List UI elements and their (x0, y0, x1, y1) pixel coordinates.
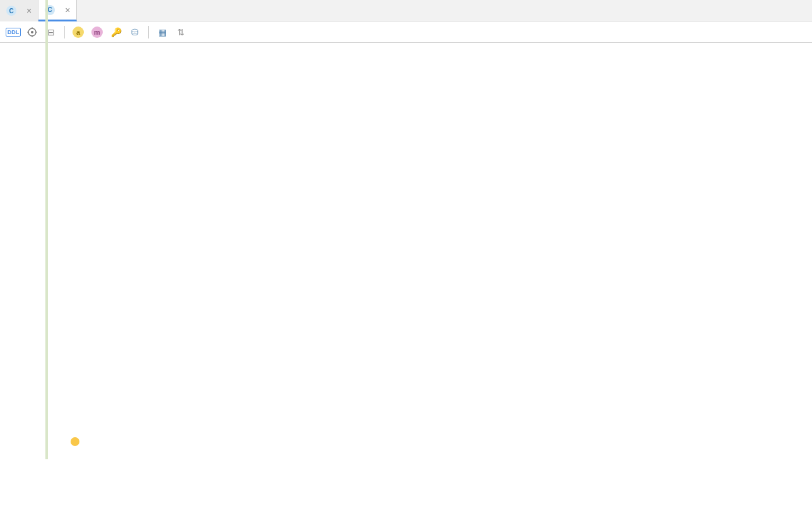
close-icon[interactable]: × (26, 6, 32, 16)
close-icon[interactable]: × (65, 5, 70, 15)
intention-bulb-icon[interactable] (71, 437, 79, 446)
editor-toolbar: DDL ⊟ a m 🔑 ⛁ ▦ ⇅ (0, 21, 812, 43)
svg-point-1 (31, 31, 33, 33)
db-grid-button[interactable]: ▦ (154, 24, 170, 40)
separator (64, 26, 65, 38)
separator (148, 26, 149, 38)
code-editor[interactable] (0, 43, 812, 511)
editor-tabs: C × C × (0, 0, 812, 21)
tab-book[interactable]: C × (38, 0, 77, 21)
method-badge[interactable]: m (89, 24, 105, 40)
target-button[interactable] (24, 24, 40, 40)
gutter (0, 43, 45, 511)
attribute-badge[interactable]: a (70, 24, 86, 40)
db-search-button[interactable]: ⛁ (127, 24, 143, 40)
ddl-button[interactable]: DDL (5, 24, 21, 40)
java-class-icon: C (6, 6, 16, 16)
fold-column (45, 43, 55, 511)
arrows-button[interactable]: ⇅ (173, 24, 189, 40)
tab-teacher[interactable]: C × (0, 0, 38, 21)
code-area[interactable] (55, 43, 812, 511)
key-button[interactable]: 🔑 (108, 24, 124, 40)
